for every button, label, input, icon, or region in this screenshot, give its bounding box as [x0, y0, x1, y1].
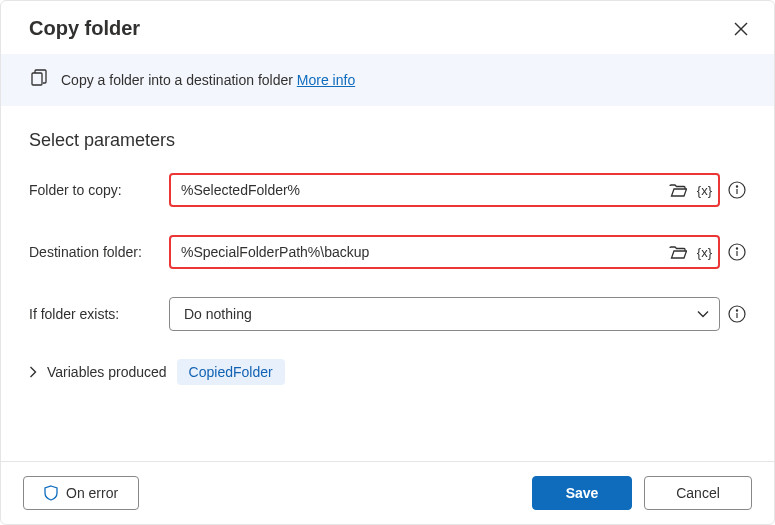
cancel-label: Cancel	[676, 485, 720, 501]
if-folder-exists-label: If folder exists:	[29, 306, 161, 322]
more-info-link[interactable]: More info	[297, 72, 355, 88]
browse-folder-button[interactable]	[669, 245, 687, 259]
variables-produced-row: Variables produced CopiedFolder	[29, 359, 746, 385]
if-folder-exists-info[interactable]	[728, 305, 746, 323]
on-error-button[interactable]: On error	[23, 476, 139, 510]
folder-open-icon	[669, 183, 687, 197]
folder-to-copy-info[interactable]	[728, 181, 746, 199]
folder-to-copy-input[interactable]	[181, 175, 669, 205]
destination-folder-row: Destination folder: {x}	[29, 235, 746, 269]
info-banner-text: Copy a folder into a destination folder …	[61, 72, 355, 88]
variable-icon: {x}	[697, 245, 712, 260]
save-label: Save	[566, 485, 599, 501]
svg-point-7	[736, 248, 737, 249]
save-button[interactable]: Save	[532, 476, 632, 510]
dialog-header: Copy folder	[1, 1, 774, 54]
variable-chip-copiedfolder[interactable]: CopiedFolder	[177, 359, 285, 385]
info-icon	[728, 181, 746, 199]
destination-folder-info[interactable]	[728, 243, 746, 261]
svg-point-4	[736, 186, 737, 187]
copy-folder-dialog: Copy folder Copy a folder into a destina…	[0, 0, 775, 525]
folder-to-copy-row: Folder to copy: {x}	[29, 173, 746, 207]
info-icon	[728, 305, 746, 323]
chevron-right-icon	[29, 366, 37, 378]
svg-rect-2	[32, 73, 42, 85]
destination-folder-input-group: {x}	[169, 235, 720, 269]
close-button[interactable]	[732, 20, 750, 38]
chevron-down-icon	[697, 310, 709, 318]
on-error-label: On error	[66, 485, 118, 501]
dialog-footer: On error Save Cancel	[1, 461, 774, 524]
dialog-title: Copy folder	[29, 17, 140, 40]
browse-folder-button[interactable]	[669, 183, 687, 197]
variable-icon: {x}	[697, 183, 712, 198]
close-icon	[734, 22, 748, 36]
shield-icon	[44, 485, 58, 501]
svg-point-10	[736, 310, 737, 311]
folder-open-icon	[669, 245, 687, 259]
info-banner: Copy a folder into a destination folder …	[1, 54, 774, 106]
folder-to-copy-input-group: {x}	[169, 173, 720, 207]
destination-folder-label: Destination folder:	[29, 244, 161, 260]
folder-to-copy-label: Folder to copy:	[29, 182, 161, 198]
footer-right: Save Cancel	[532, 476, 752, 510]
info-icon	[728, 243, 746, 261]
destination-folder-input[interactable]	[181, 237, 669, 267]
section-title: Select parameters	[29, 130, 746, 151]
cancel-button[interactable]: Cancel	[644, 476, 752, 510]
copy-folder-icon	[29, 68, 49, 92]
banner-description: Copy a folder into a destination folder	[61, 72, 297, 88]
variables-expand-toggle[interactable]	[29, 366, 37, 378]
if-folder-exists-select[interactable]: Do nothing	[169, 297, 720, 331]
variables-produced-label[interactable]: Variables produced	[47, 364, 167, 380]
if-folder-exists-row: If folder exists: Do nothing	[29, 297, 746, 331]
if-folder-exists-value: Do nothing	[184, 306, 252, 322]
variable-picker-button[interactable]: {x}	[697, 245, 712, 260]
variable-picker-button[interactable]: {x}	[697, 183, 712, 198]
dialog-content: Select parameters Folder to copy: {x}	[1, 106, 774, 461]
